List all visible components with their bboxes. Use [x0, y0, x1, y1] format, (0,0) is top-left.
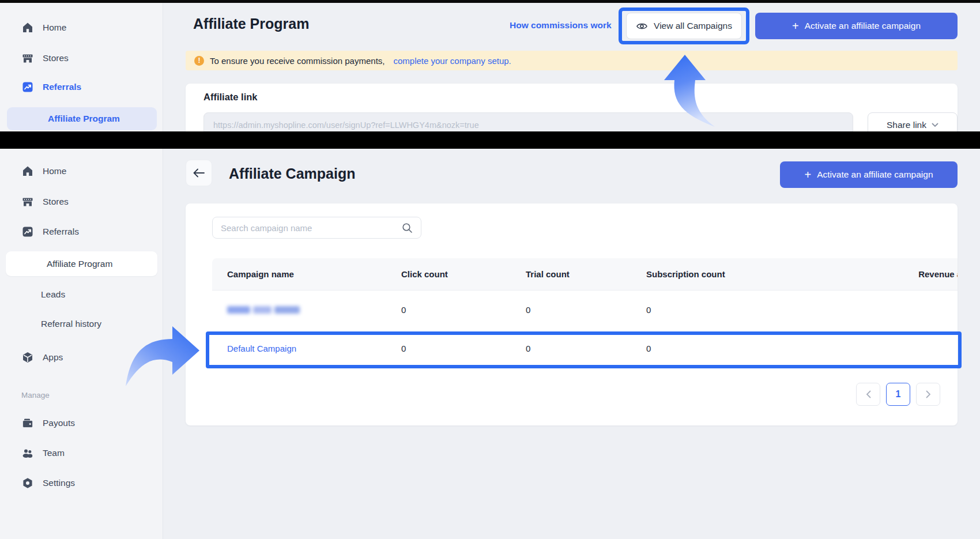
how-commissions-work-link[interactable]: How commissions work: [510, 20, 612, 31]
sidebar-item-settings[interactable]: Settings: [0, 474, 163, 492]
trial-count-value: 0: [526, 305, 646, 315]
sidebar-item-label: Affiliate Program: [48, 114, 120, 124]
referrals-icon: [22, 81, 33, 93]
default-campaign-link[interactable]: Default Campaign: [212, 344, 401, 353]
trial-count-value: 0: [526, 344, 646, 353]
sidebar-item-stores[interactable]: Stores: [0, 193, 163, 210]
back-arrow-icon: [193, 168, 205, 178]
sidebar-item-label: Payouts: [43, 418, 75, 428]
col-click-count: Click count: [401, 269, 526, 279]
campaign-search: [212, 217, 421, 239]
home-icon: [22, 165, 33, 177]
pagination-prev-button[interactable]: [856, 383, 880, 406]
view-all-campaigns-button[interactable]: View all Campaigns: [626, 13, 742, 39]
store-icon: [22, 52, 33, 64]
screenshot-divider-bar: [0, 131, 980, 149]
pagination-next-button[interactable]: [916, 383, 940, 406]
top-edge-strip: [0, 0, 980, 3]
affiliate-link-card: Affiliate link Share link: [186, 84, 958, 131]
sidebar-item-apps[interactable]: Apps: [0, 349, 163, 366]
pagination-page-1[interactable]: 1: [886, 383, 910, 406]
sidebar-item-home[interactable]: Home: [0, 163, 163, 180]
chevron-down-icon: [932, 123, 938, 127]
sidebar-item-label: Stores: [43, 53, 69, 63]
search-icon[interactable]: [402, 223, 413, 233]
view-all-campaigns-label: View all Campaigns: [654, 21, 732, 31]
plus-icon: +: [792, 20, 799, 32]
sidebar-item-label: Apps: [43, 352, 63, 363]
activate-campaign-label: Activate an affiliate campaign: [805, 21, 921, 31]
sidebar-item-affiliate-program-active[interactable]: Affiliate Program: [7, 107, 157, 130]
sidebar-section-manage: Manage: [21, 391, 50, 399]
chevron-left-icon: [866, 390, 871, 398]
activate-campaign-label: Activate an affiliate campaign: [817, 169, 933, 180]
col-campaign-name: Campaign name: [212, 269, 401, 279]
commission-warning-banner: ! To ensure you receive commission payme…: [186, 51, 958, 70]
sidebar-item-label: Team: [43, 448, 65, 458]
sidebar-item-label: Referral history: [41, 319, 101, 329]
store-icon: [22, 196, 33, 208]
pagination: 1: [856, 383, 940, 406]
plus-icon: +: [804, 169, 811, 180]
search-input[interactable]: [213, 223, 402, 233]
sidebar-item-affiliate-program-active[interactable]: Affiliate Program: [6, 251, 157, 276]
revenue-value: $0.00: [809, 305, 958, 315]
sidebar: Home Stores Referrals Affiliate Program: [0, 3, 163, 131]
campaign-table-card: Campaign name Click count Trial count Su…: [186, 203, 958, 425]
affiliate-link-heading: Affiliate link: [203, 92, 258, 103]
chevron-right-icon: [926, 390, 931, 398]
sidebar-item-referrals[interactable]: Referrals: [0, 223, 163, 240]
col-trial-count: Trial count: [526, 269, 646, 279]
revenue-value: $0.00: [809, 344, 958, 353]
col-revenue-amount: Revenue amount: [809, 269, 958, 279]
redacted-campaign-name[interactable]: [212, 306, 401, 314]
share-link-label: Share link: [887, 120, 926, 130]
page-title: Affiliate Campaign: [229, 165, 355, 182]
sidebar-item-label: Affiliate Program: [47, 259, 112, 269]
sidebar-item-label: Settings: [43, 478, 75, 488]
activate-campaign-button[interactable]: + Activate an affiliate campaign: [755, 13, 958, 39]
sidebar-item-label: Referrals: [43, 82, 81, 92]
sidebar-item-label: Leads: [41, 289, 65, 300]
campaign-table: Campaign name Click count Trial count Su…: [212, 258, 958, 368]
sidebar-item-label: Referrals: [43, 227, 79, 237]
sidebar-item-leads[interactable]: Leads: [0, 286, 163, 303]
team-icon: [22, 447, 33, 459]
referrals-icon: [22, 226, 33, 238]
sidebar-item-referrals[interactable]: Referrals: [0, 78, 163, 96]
share-link-button[interactable]: Share link: [868, 112, 958, 131]
sidebar-item-referral-history[interactable]: Referral history: [0, 315, 163, 333]
blurred-text: [227, 306, 401, 314]
click-count-value: 0: [401, 344, 526, 353]
apps-icon: [22, 352, 33, 363]
sidebar-item-payouts[interactable]: Payouts: [0, 414, 163, 432]
click-count-value: 0: [401, 305, 526, 315]
bottom-panel-affiliate-campaign: Home Stores Referrals Affiliate Program …: [0, 149, 980, 539]
sidebar-item-label: Stores: [43, 197, 69, 207]
page-title: Affiliate Program: [193, 16, 309, 32]
affiliate-link-input[interactable]: [203, 112, 853, 131]
company-setup-link[interactable]: complete your company setup.: [393, 56, 511, 66]
eye-icon: [636, 20, 648, 32]
sidebar-item-label: Home: [43, 166, 66, 176]
top-panel-affiliate-program: Home Stores Referrals Affiliate Program …: [0, 0, 980, 131]
sidebar-item-stores[interactable]: Stores: [0, 50, 163, 67]
sidebar-item-label: Home: [43, 22, 66, 33]
subscription-count-value: 0: [646, 305, 809, 315]
col-subscription-count: Subscription count: [646, 269, 809, 279]
warning-icon: !: [194, 56, 204, 66]
banner-text: To ensure you receive commission payment…: [210, 56, 385, 66]
screenshot-stage: Home Stores Referrals Affiliate Program …: [0, 0, 980, 539]
sidebar-item-team[interactable]: Team: [0, 444, 163, 462]
sidebar: Home Stores Referrals Affiliate Program …: [0, 149, 163, 539]
payouts-icon: [22, 417, 33, 429]
table-header-row: Campaign name Click count Trial count Su…: [212, 258, 958, 291]
subscription-count-value: 0: [646, 344, 809, 353]
sidebar-item-home[interactable]: Home: [0, 19, 163, 36]
table-row-default-campaign[interactable]: Default Campaign 0 0 0 $0.00: [212, 329, 958, 368]
activate-campaign-button[interactable]: + Activate an affiliate campaign: [780, 161, 958, 188]
table-row[interactable]: 0 0 0 $0.00: [212, 291, 958, 329]
settings-icon: [22, 477, 33, 489]
back-button[interactable]: [186, 160, 212, 186]
home-icon: [22, 22, 33, 33]
